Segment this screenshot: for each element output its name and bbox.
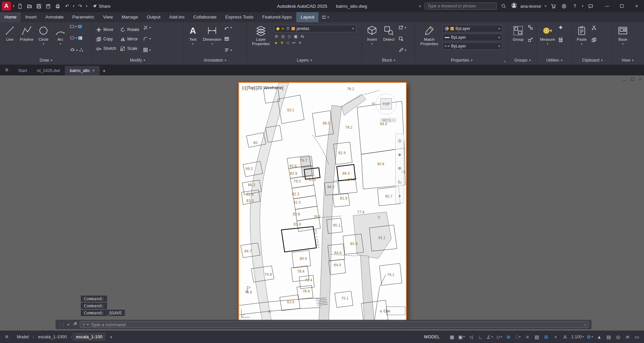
infer-constraints-toggle[interactable]: ◁ (467, 333, 475, 341)
app-menu-caret-icon[interactable]: ▾ (13, 4, 14, 8)
new-drawing-button[interactable]: + (100, 67, 108, 75)
autodesk-apps-icon[interactable] (560, 2, 568, 10)
dynamic-input-toggle[interactable]: + (551, 333, 560, 341)
new-layout-button[interactable]: + (106, 333, 116, 341)
ribbon-tab-annotate[interactable]: Annotate (41, 12, 68, 22)
redo-button[interactable]: ↷ (76, 2, 84, 10)
command-bar-customize-icon[interactable] (72, 321, 77, 328)
isolate-objects-toggle[interactable]: ◎ (614, 333, 622, 341)
linetype-select[interactable]: ByLayer ▾ (442, 42, 502, 50)
circle-tool[interactable]: Circle ▾ (36, 24, 51, 46)
ungroup-tool[interactable] (528, 25, 533, 30)
layer-turn-on-tool[interactable]: ● (275, 40, 277, 45)
panel-utilities-footer[interactable]: Utilities▾ (537, 56, 572, 65)
help-icon[interactable]: ? (571, 2, 578, 10)
layer-freeze-tool[interactable]: ◇ (288, 34, 291, 39)
layer-on-icon[interactable] (276, 27, 279, 30)
file-tab-menu-icon[interactable]: ≡ (0, 65, 13, 75)
layer-states-tool[interactable]: ≡ (299, 40, 301, 45)
insert-block-tool[interactable]: Insert ▾ (364, 24, 380, 46)
block-attributes-tool[interactable]: ▾ (399, 47, 406, 53)
lineweight-select[interactable]: ByLayer ▾ (442, 34, 502, 41)
lineweight-display-toggle[interactable]: ≡ (523, 333, 532, 341)
panel-properties-footer[interactable]: Properties▾↘ (415, 56, 508, 65)
ellipse-tool[interactable]: ▾ (70, 36, 84, 40)
base-view-tool[interactable]: Base ▾ (615, 24, 631, 46)
share-button[interactable]: Share (92, 4, 111, 9)
layer-lock-tool[interactable]: ▣ (294, 34, 298, 39)
revision-cloud-tool[interactable]: ▾ (70, 47, 84, 53)
file-tab-bairro-alto[interactable]: bairro_alto× (65, 66, 100, 75)
polar-tracking-toggle[interactable]: ∠▾ (485, 333, 494, 341)
layout-paper[interactable]: do Longo do v. Con 78.293.198.578.294.08… (238, 82, 407, 322)
create-block-tool[interactable]: ▾ (399, 25, 406, 30)
viewport-view-control[interactable]: [Top] (247, 85, 256, 90)
navbar-more-icon[interactable]: ▾ (399, 194, 401, 199)
quick-calc-tool[interactable] (558, 37, 563, 42)
mirror-tool[interactable]: Mirror (119, 34, 140, 44)
scale-tool[interactable]: Scale (119, 44, 140, 53)
panel-draw-footer[interactable]: Draw▾ (0, 56, 92, 65)
help-caret-icon[interactable]: ▾ (582, 4, 583, 8)
annotation-monitor-toggle[interactable]: ▲ (595, 333, 604, 341)
wcs-menu[interactable]: WCS ▾ (380, 118, 397, 123)
ribbon-display-toggle[interactable]: ▾ (318, 12, 332, 22)
cut-clip-tool[interactable] (591, 25, 597, 30)
viewcube[interactable]: W TOP (372, 92, 397, 117)
drawing-minimize-button[interactable] (623, 78, 626, 81)
command-input-pill[interactable]: > ▾ › (80, 321, 589, 328)
properties-dialog-launcher[interactable]: ↘ (503, 59, 506, 63)
layer-unlock-tool[interactable]: □ (287, 40, 289, 45)
paste-tool[interactable]: Paste ▾ (574, 24, 589, 46)
command-expand-icon[interactable]: › (584, 322, 586, 327)
rotate-tool[interactable]: Rotate (119, 25, 140, 34)
cart-icon[interactable] (549, 2, 557, 10)
user-menu-caret-icon[interactable]: ▾ (545, 4, 546, 8)
orbit-icon[interactable]: ↻ (398, 180, 402, 185)
pan-icon[interactable]: ◈ (398, 152, 401, 157)
group-edit-tool[interactable] (528, 37, 533, 42)
toolbar-overflow-icon[interactable]: » (419, 4, 421, 8)
command-bar-close-icon[interactable]: × (67, 322, 70, 327)
undo-button[interactable]: ↶ (64, 2, 71, 10)
window-maximize-button[interactable] (614, 0, 629, 12)
panel-layers-footer[interactable]: Layers▾ (247, 56, 362, 65)
rectangle-tool[interactable]: ▾ (70, 25, 84, 28)
app-menu-button[interactable]: A (2, 2, 11, 10)
trim-tool[interactable]: ▾ (143, 25, 151, 30)
recent-commands-caret-icon[interactable]: ▾ (87, 323, 89, 326)
ribbon-tab-featured-apps[interactable]: Featured Apps (258, 12, 296, 22)
annotation-extra-tool[interactable]: ▾ (224, 47, 232, 53)
annotation-visibility-toggle[interactable]: A (561, 333, 570, 341)
file-tab-rd-2425-dwt[interactable]: rd_2425.dwt (32, 66, 65, 75)
panel-block-footer[interactable]: Block▾ (362, 56, 415, 65)
gradient-icon[interactable] (78, 36, 82, 40)
panel-groups-footer[interactable]: Groups▾ (508, 56, 537, 65)
new-file-icon[interactable] (16, 2, 24, 10)
fillet-tool[interactable]: ▾ (143, 36, 151, 41)
ribbon-tab-express-tools[interactable]: Express Tools (221, 12, 258, 22)
panel-modify-footer[interactable]: Modify▾ (92, 56, 183, 65)
graphics-performance-toggle[interactable]: ≋ (623, 333, 632, 341)
plot-icon[interactable] (54, 2, 62, 10)
grid-display-toggle[interactable]: ▦ (448, 333, 456, 341)
zoom-icon[interactable]: ⊕ (398, 166, 402, 171)
search-input[interactable] (425, 2, 497, 10)
line-tool[interactable]: Line (2, 24, 18, 43)
layout-tab-escala-1-100[interactable]: escala_1-100 (73, 333, 106, 341)
layer-off-tool[interactable]: ⊘ (275, 34, 278, 39)
id-point-tool[interactable] (558, 25, 563, 30)
annotation-scale-toggle[interactable]: 1:100▾ (570, 333, 585, 341)
feedback-icon[interactable] (587, 2, 594, 10)
object-color-select[interactable]: ByLayer ▾ (442, 25, 502, 32)
ribbon-tab-view[interactable]: View (99, 12, 117, 22)
hatch-icon[interactable] (78, 25, 82, 28)
open-file-icon[interactable] (26, 2, 33, 10)
object-snap-toggle[interactable]: □▾ (514, 333, 522, 341)
layer-thaw-all-tool[interactable]: ☀ (280, 40, 284, 45)
drawing-close-button[interactable]: × (639, 77, 641, 82)
layer-select[interactable]: ☀ janelas ▾ (274, 25, 356, 32)
layer-color-swatch[interactable] (292, 27, 295, 30)
ribbon-tab-manage[interactable]: Manage (117, 12, 142, 22)
layout-tab-escala-1-1000[interactable]: escala_1-1000 (35, 333, 70, 341)
